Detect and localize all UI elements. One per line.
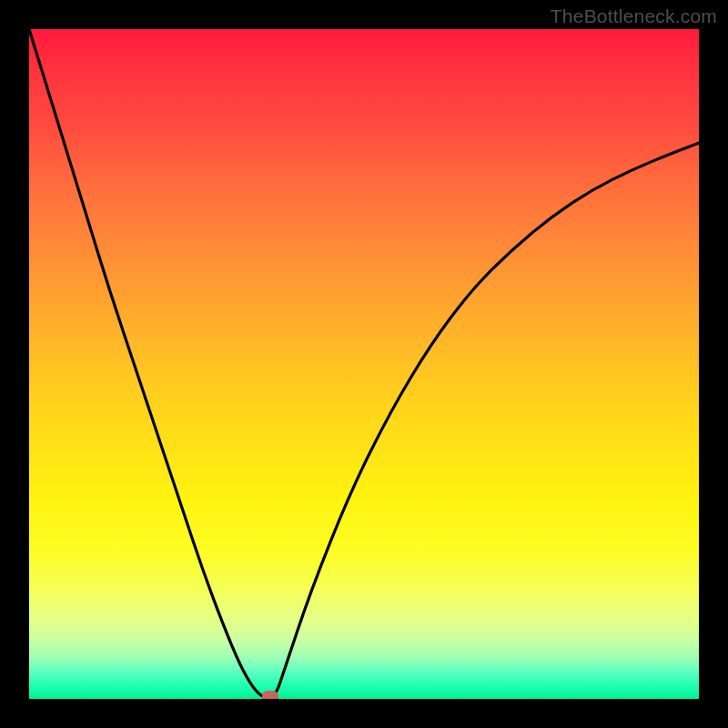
bottleneck-curve (29, 29, 699, 698)
curve-layer (29, 29, 699, 699)
chart-frame: TheBottleneck.com (0, 0, 728, 728)
optimum-marker (262, 691, 278, 699)
watermark-text: TheBottleneck.com (551, 5, 717, 27)
plot-area (29, 29, 699, 699)
